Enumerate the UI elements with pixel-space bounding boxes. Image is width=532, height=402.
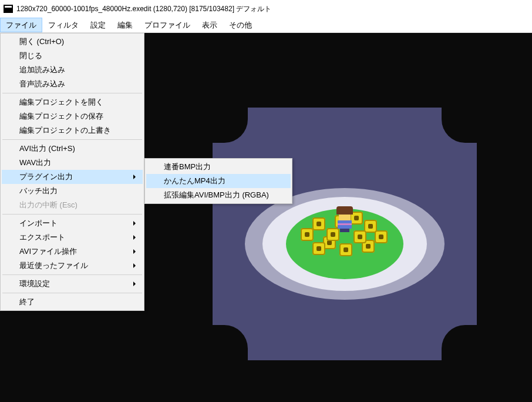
file-menu-dropdown[interactable]: 開く (Ctrl+O)閉じる追加読み込み音声読み込み編集プロジェクトを開く編集プ…	[0, 33, 144, 311]
plugin-submenu-item[interactable]: 連番BMP出力	[146, 160, 291, 174]
file-menu-item[interactable]: バッチ出力	[2, 184, 143, 198]
titlebar: 1280x720_60000-1001fps_48000Hz.exedit (1…	[0, 0, 532, 18]
menu-4[interactable]: プロファイル	[139, 18, 196, 32]
menu-3[interactable]: 編集	[112, 18, 139, 32]
sprite-character	[336, 206, 353, 231]
window-title: 1280x720_60000-1001fps_48000Hz.exedit (1…	[16, 4, 271, 14]
file-menu-item[interactable]: エクスポート	[2, 230, 143, 244]
menu-1[interactable]: フィルタ	[42, 18, 85, 32]
file-menu-item: 出力の中断 (Esc)	[2, 198, 143, 212]
file-menu-item[interactable]: 閉じる	[2, 49, 143, 63]
menu-2[interactable]: 設定	[85, 18, 112, 32]
menu-separator	[2, 214, 142, 215]
file-menu-item[interactable]: 最近使ったファイル	[2, 259, 143, 273]
file-menu-item[interactable]: AVI出力 (Ctrl+S)	[2, 142, 143, 156]
app-icon	[4, 5, 13, 13]
file-menu-item[interactable]: 追加読み込み	[2, 63, 143, 77]
file-menu-item[interactable]: 編集プロジェクトの保存	[2, 109, 143, 123]
menu-6[interactable]: その他	[223, 18, 258, 32]
file-menu-item[interactable]: プラグイン出力	[2, 170, 143, 184]
menu-separator	[2, 293, 142, 293]
file-menu-item[interactable]: 環境設定	[2, 277, 143, 291]
file-menu-item[interactable]: 開く (Ctrl+O)	[2, 35, 143, 49]
plugin-submenu-item[interactable]: 拡張編集AVI/BMP出力 (RGBA)	[146, 188, 291, 202]
menu-separator	[2, 139, 142, 140]
menu-0[interactable]: ファイル	[0, 18, 42, 32]
file-menu-item[interactable]: 編集プロジェクトを開く	[2, 95, 143, 109]
menu-5[interactable]: 表示	[196, 18, 223, 32]
file-menu-item[interactable]: インポート	[2, 216, 143, 230]
file-menu-item[interactable]: AVIファイル操作	[2, 244, 143, 259]
plugin-submenu-item[interactable]: かんたんMP4出力	[146, 174, 291, 188]
file-menu-item[interactable]: 編集プロジェクトの上書き	[2, 123, 143, 138]
plugin-output-submenu[interactable]: 連番BMP出力かんたんMP4出力拡張編集AVI/BMP出力 (RGBA)	[144, 158, 292, 204]
file-menu-item[interactable]: 音声読み込み	[2, 77, 143, 91]
file-menu-item[interactable]: 終了	[2, 295, 143, 309]
preview-content	[157, 66, 532, 402]
menu-separator	[2, 274, 142, 275]
file-menu-item[interactable]: WAV出力	[2, 156, 143, 170]
menu-separator	[2, 93, 142, 93]
menubar: ファイルフィルタ設定編集プロファイル表示その他	[0, 18, 532, 33]
